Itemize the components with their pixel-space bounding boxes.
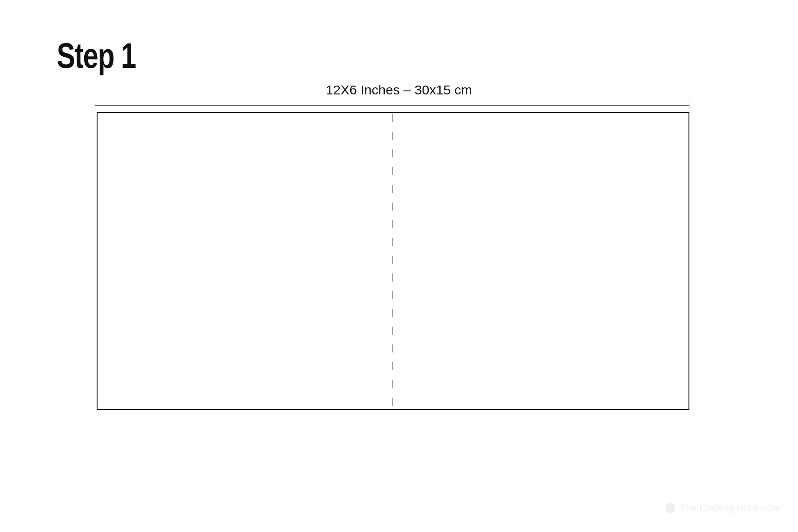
watermark-text: The Crafting Nook.com: [680, 502, 780, 514]
step-title: Step 1: [57, 35, 136, 76]
dimension-line: [95, 102, 689, 107]
dimension-label: 12X6 Inches – 30x15 cm: [0, 82, 798, 98]
watermark-icon: [664, 502, 677, 514]
svg-marker-4: [665, 502, 675, 514]
watermark: The Crafting Nook.com: [664, 502, 780, 514]
fold-line: [392, 112, 393, 410]
